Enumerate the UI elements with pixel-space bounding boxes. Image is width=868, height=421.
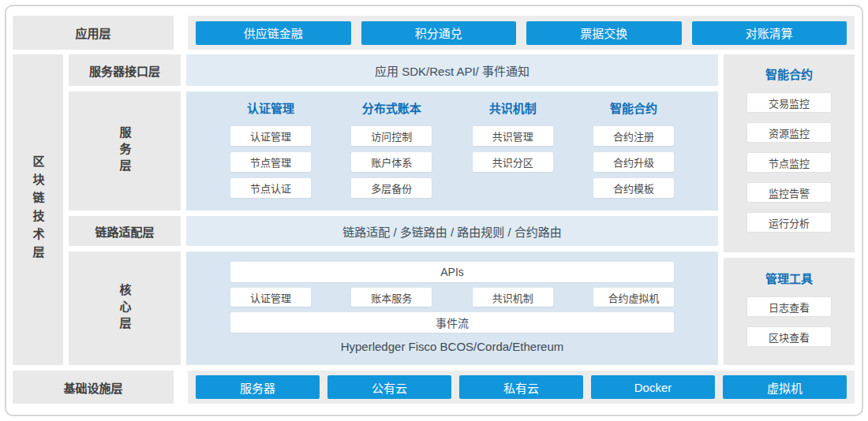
service-column-header: 智能合约	[593, 101, 674, 117]
layer-content-column: 应用 SDK/Rest API/ 事件通知 认证管理 认证管理节点管理节点认证 …	[186, 54, 718, 365]
architecture-card: 应用层 供应链金融积分通兑票据交换对账清算 区块链技术层 服务器接口层 服务层 …	[5, 5, 863, 416]
service-column-items: 访问控制账户体系多层备份	[351, 126, 432, 198]
app-layer-label: 应用层	[13, 16, 174, 50]
service-column-items: 共识管理共识分区	[473, 126, 553, 172]
link-adapter-bar: 链路适配 / 多链路由 / 路由规则 / 合约路由	[186, 216, 718, 246]
core-module: 共识机制	[473, 288, 553, 307]
monitor-item: 监控告警	[746, 182, 832, 203]
core-module: 账本服务	[351, 288, 432, 307]
core-module: 认证管理	[230, 288, 311, 307]
app-layer-row: 应用层 供应链金融积分通兑票据交换对账清算	[13, 16, 855, 50]
service-column-header: 分布式账本	[351, 101, 432, 117]
tool-item: 日志查看	[746, 296, 832, 317]
app-button[interactable]: 对账清算	[692, 21, 847, 45]
service-item: 合约升级	[593, 152, 674, 172]
core-layer-label: 核心层	[69, 251, 181, 365]
server-interface-layer-label: 服务器接口层	[69, 54, 181, 86]
management-tools-panel: 管理工具 日志查看区块查看	[724, 258, 855, 365]
service-item: 多层备份	[351, 178, 432, 198]
infra-layer-row: 基础设施层 服务器公有云私有云Docker虚拟机	[13, 371, 855, 404]
monitor-item: 交易监控	[746, 92, 832, 113]
service-layer-panel: 认证管理 认证管理节点管理节点认证 分布式账本 访问控制账户体系多层备份 共识机…	[186, 91, 718, 210]
app-button[interactable]: 票据交换	[526, 21, 682, 45]
blockchain-tech-band: 区块链技术层 服务器接口层 服务层 链路适配层 核心层 应用 SDK/Rest …	[13, 54, 855, 365]
service-item: 合约模板	[593, 178, 674, 198]
infra-button[interactable]: 公有云	[327, 375, 451, 399]
service-item: 合约注册	[593, 126, 674, 146]
blockchain-tech-layer-text: 区块链技术层	[30, 155, 47, 264]
link-adapter-layer-label: 链路适配层	[69, 216, 181, 246]
core-layer-text: 核心层	[117, 284, 133, 333]
service-column-header: 认证管理	[230, 101, 311, 117]
service-item: 节点认证	[230, 178, 311, 198]
infra-button[interactable]: 服务器	[196, 375, 320, 399]
side-panels-column: 智能合约 交易监控资源监控节点监控监控告警运行分析 管理工具 日志查看区块查看	[724, 54, 855, 365]
core-modules-row: 认证管理账本服务共识机制合约虚拟机	[230, 288, 674, 307]
service-layer-label: 服务层	[69, 91, 181, 210]
monitor-item: 运行分析	[746, 212, 832, 233]
app-layer-strip: 供应链金融积分通兑票据交换对账清算	[188, 16, 855, 50]
app-button[interactable]: 供应链金融	[196, 21, 351, 45]
app-button[interactable]: 积分通兑	[361, 21, 517, 45]
service-item: 节点管理	[230, 152, 311, 172]
smart-contract-panel-header: 智能合约	[746, 67, 832, 83]
apis-bar: APIs	[230, 262, 674, 282]
infra-button[interactable]: 虚拟机	[723, 375, 847, 399]
service-column: 认证管理 认证管理节点管理节点认证	[230, 101, 311, 210]
service-column: 共识机制 共识管理共识分区	[473, 101, 553, 210]
service-item: 账户体系	[351, 152, 432, 172]
service-column-header: 共识机制	[473, 101, 553, 117]
smart-contract-panel: 智能合约 交易监控资源监控节点监控监控告警运行分析	[724, 54, 855, 252]
service-item: 共识管理	[473, 126, 553, 146]
core-module: 合约虚拟机	[593, 288, 674, 307]
infra-button[interactable]: Docker	[591, 375, 715, 399]
infra-layer-strip: 服务器公有云私有云Docker虚拟机	[188, 371, 855, 404]
management-tools-panel-items: 日志查看区块查看	[746, 296, 832, 347]
management-tools-panel-header: 管理工具	[746, 271, 832, 287]
service-layer-text: 服务层	[117, 126, 133, 176]
layer-label-column: 服务器接口层 服务层 链路适配层 核心层	[69, 54, 181, 365]
infra-layer-label: 基础设施层	[13, 371, 174, 404]
smart-contract-panel-items: 交易监控资源监控节点监控监控告警运行分析	[746, 92, 832, 233]
service-item: 认证管理	[230, 126, 311, 146]
service-column-items: 合约注册合约升级合约模板	[593, 126, 674, 198]
core-layer-panel: APIs 认证管理账本服务共识机制合约虚拟机 事件流 Hyperledger F…	[186, 251, 718, 365]
service-column-items: 认证管理节点管理节点认证	[230, 126, 311, 198]
monitor-item: 节点监控	[746, 152, 832, 173]
service-column: 分布式账本 访问控制账户体系多层备份	[351, 101, 432, 210]
event-stream-bar: 事件流	[230, 312, 674, 333]
infra-button[interactable]: 私有云	[459, 375, 583, 399]
tool-item: 区块查看	[746, 326, 832, 347]
monitor-item: 资源监控	[746, 122, 832, 143]
blockchain-tech-layer-label: 区块链技术层	[13, 54, 63, 365]
platforms-caption: Hyperledger Fisco BCOS/Corda/Ethereum	[230, 340, 674, 353]
service-column: 智能合约 合约注册合约升级合约模板	[593, 101, 674, 210]
service-item: 访问控制	[351, 126, 432, 146]
service-item: 共识分区	[473, 152, 553, 172]
sdk-api-bar: 应用 SDK/Rest API/ 事件通知	[186, 54, 718, 86]
